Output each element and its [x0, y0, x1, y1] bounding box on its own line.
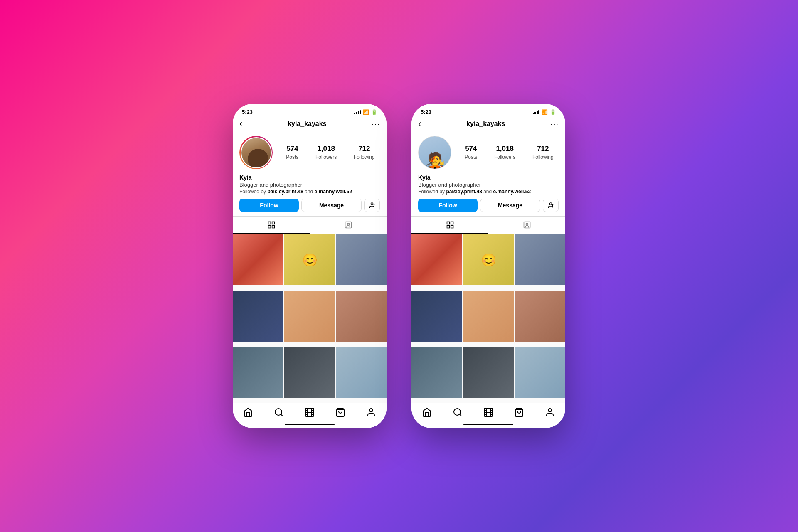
profile-followed-by-right: Followed by paisley.print.48 and e.manny… [418, 189, 559, 195]
nav-home-left[interactable] [243, 407, 253, 420]
profile-icon-left [366, 407, 376, 417]
search-icon-right [453, 407, 463, 417]
back-button-left[interactable]: ‹ [239, 118, 242, 129]
grid-cell-6-right[interactable] [515, 291, 565, 342]
stat-following-left[interactable]: 712 Following [354, 145, 375, 160]
home-icon-right [422, 407, 432, 417]
status-icons-right: 📶 🔋 [533, 109, 557, 115]
grid-cell-5-right[interactable] [463, 291, 514, 342]
avatar-cartoon-right [419, 136, 451, 169]
add-person-button-left[interactable] [364, 199, 380, 212]
avatar-inner-left [241, 137, 272, 168]
person-tag-icon-left [344, 221, 352, 229]
avatar-wrapper-left[interactable] [239, 136, 273, 169]
followed-by-users-left: paisley.print.48 [267, 189, 303, 195]
profile-bio-right: Blogger and photographer [418, 182, 559, 188]
battery-icon-right: 🔋 [550, 109, 556, 115]
grid-cell-5-left[interactable] [284, 291, 335, 342]
nav-shop-right[interactable] [514, 407, 524, 420]
nav-home-right[interactable] [422, 407, 432, 420]
more-button-right[interactable]: ··· [550, 119, 559, 129]
svg-rect-26 [447, 226, 449, 228]
follow-button-left[interactable]: Follow [239, 199, 299, 212]
svg-line-31 [460, 414, 461, 416]
home-indicator-left [285, 424, 335, 425]
nav-reels-left[interactable] [305, 407, 315, 420]
add-person-icon [369, 202, 375, 209]
stats-row-right: 574 Posts 1,018 Followers 712 Following [460, 145, 559, 160]
avatar-no-ring-right [418, 136, 451, 169]
status-bar-right: 5:23 📶 🔋 [411, 104, 565, 117]
profile-name-left: Kyia [239, 174, 380, 181]
grid-cell-8-right[interactable] [463, 347, 514, 398]
grid-cell-2-left[interactable] [284, 234, 335, 285]
shop-icon-right [514, 407, 524, 417]
grid-cell-3-left[interactable] [336, 234, 387, 285]
action-buttons-left: Follow Message [239, 199, 380, 212]
grid-cell-4-right[interactable] [411, 291, 462, 342]
back-button-right[interactable]: ‹ [418, 118, 421, 129]
following-label-left: Following [354, 154, 375, 160]
grid-cell-4-left[interactable] [233, 291, 283, 342]
add-person-button-right[interactable] [543, 199, 559, 212]
header-username-left: kyia_kayaks [288, 120, 326, 128]
avatar-wrapper-right[interactable] [418, 136, 451, 169]
svg-rect-5 [268, 226, 271, 228]
nav-reels-right[interactable] [483, 407, 493, 420]
stat-following-right[interactable]: 712 Following [532, 145, 554, 160]
signal-icon-right [533, 110, 540, 114]
message-button-left[interactable]: Message [301, 199, 362, 212]
message-button-right[interactable]: Message [480, 199, 540, 212]
following-label-right: Following [532, 154, 554, 160]
person-tag-icon-right [523, 221, 531, 229]
grid-cell-9-right[interactable] [515, 347, 565, 398]
tab-grid-left[interactable] [233, 217, 310, 234]
add-person-icon-right [547, 202, 554, 209]
grid-icon-right [446, 221, 454, 229]
svg-rect-27 [451, 226, 453, 228]
tab-tagged-right[interactable] [488, 217, 565, 234]
grid-cell-3-right[interactable] [515, 234, 565, 285]
tab-bar-right [411, 216, 565, 234]
tab-tagged-left[interactable] [310, 217, 387, 234]
profile-top-row-right: 574 Posts 1,018 Followers 712 Following [418, 136, 559, 169]
grid-cell-8-left[interactable] [284, 347, 335, 398]
grid-cell-1-right[interactable] [411, 234, 462, 285]
grid-cell-6-left[interactable] [336, 291, 387, 342]
grid-cell-7-right[interactable] [411, 347, 462, 398]
grid-cell-7-left[interactable] [233, 347, 283, 398]
svg-line-10 [281, 414, 283, 416]
posts-count-right: 574 [465, 145, 477, 153]
header-username-right: kyia_kayaks [466, 120, 505, 128]
profile-followed-by-left: Followed by paisley.print.48 and e.manny… [239, 189, 380, 195]
home-indicator-right [463, 424, 513, 425]
nav-profile-left[interactable] [366, 407, 376, 420]
profile-top-row-left: 574 Posts 1,018 Followers 712 Following [239, 136, 380, 169]
nav-profile-right[interactable] [545, 407, 555, 420]
wifi-icon: 📶 [363, 109, 369, 115]
nav-search-left[interactable] [274, 407, 284, 420]
followers-count-right: 1,018 [494, 145, 515, 153]
nav-search-right[interactable] [453, 407, 463, 420]
nav-shop-left[interactable] [335, 407, 345, 420]
header-nav-left: ‹ kyia_kayaks ··· [233, 117, 387, 133]
grid-cell-2-right[interactable] [463, 234, 514, 285]
stats-row-left: 574 Posts 1,018 Followers 712 Following [281, 145, 380, 160]
more-button-left[interactable]: ··· [372, 119, 380, 129]
status-icons-left: 📶 🔋 [354, 109, 378, 115]
stat-followers-right[interactable]: 1,018 Followers [494, 145, 515, 160]
stat-posts-left[interactable]: 574 Posts [286, 145, 298, 160]
follow-button-right[interactable]: Follow [418, 199, 478, 212]
stat-posts-right[interactable]: 574 Posts [465, 145, 477, 160]
grid-cell-1-left[interactable] [233, 234, 283, 285]
tab-grid-right[interactable] [411, 217, 488, 234]
grid-cell-9-left[interactable] [336, 347, 387, 398]
profile-section-left: 574 Posts 1,018 Followers 712 Following … [233, 133, 387, 216]
svg-rect-4 [272, 222, 274, 224]
posts-label-right: Posts [465, 154, 477, 160]
stat-followers-left[interactable]: 1,018 Followers [315, 145, 337, 160]
reels-icon-right [483, 407, 493, 417]
svg-point-20 [369, 409, 373, 412]
svg-point-21 [549, 203, 552, 205]
header-nav-right: ‹ kyia_kayaks ··· [411, 117, 565, 133]
